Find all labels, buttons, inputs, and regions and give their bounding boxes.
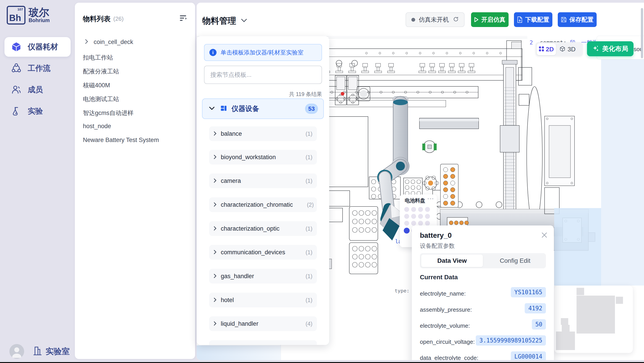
- sim-status-badge[interactable]: 仿真未开机: [406, 12, 464, 27]
- brand-name-en: Bohrium: [28, 17, 50, 23]
- status-dot-icon: [412, 18, 415, 22]
- material-item[interactable]: 核磁400M: [83, 81, 110, 89]
- popup-section-title: Current Data: [420, 274, 458, 281]
- canvas-bottom-gradient: [197, 345, 281, 360]
- material-item[interactable]: 扣电工作站: [83, 53, 113, 62]
- hint-banner: 单击模板添加仪器/耗材至实验室: [204, 44, 322, 61]
- material-list-count: (26): [113, 15, 124, 22]
- template-category[interactable]: liquid_handler(4): [209, 316, 317, 331]
- param-label: data_electrolyte_code:: [420, 355, 478, 360]
- search-placeholder: 搜索节点模板...: [210, 71, 252, 79]
- material-item[interactable]: 电池测试工站: [83, 95, 119, 103]
- page-title: 物料管理: [202, 15, 236, 26]
- param-value[interactable]: YS101165: [511, 287, 546, 297]
- beautify-layout-button[interactable]: 美化布局: [587, 41, 634, 56]
- collapse-list-icon[interactable]: [180, 15, 187, 22]
- param-value[interactable]: LG000014: [511, 352, 546, 360]
- material-item[interactable]: 智达gcms自动进样: [83, 109, 134, 117]
- material-item[interactable]: 配液分液工站: [83, 67, 119, 75]
- bohrium-logo-icon: 107 Bh: [7, 6, 26, 24]
- user-avatar[interactable]: [10, 344, 24, 359]
- param-value[interactable]: 50: [532, 319, 546, 330]
- experiment-icon: [11, 106, 22, 116]
- sidebar-item-experiments[interactable]: 实验: [4, 101, 70, 121]
- workflow-icon: [11, 63, 22, 73]
- popup-tabs: Data View Config Edit: [420, 253, 546, 268]
- devices-layout-icon: [220, 105, 227, 112]
- refresh-icon[interactable]: [453, 16, 459, 23]
- chevron-right-icon: [85, 39, 89, 45]
- group-count-badge: 53: [305, 104, 318, 114]
- template-palette: 单击模板添加仪器/耗材至实验室 搜索节点模板... 共 119 条结果 仪器设备…: [197, 36, 329, 345]
- sparkles-icon: [592, 45, 599, 53]
- tab-config-edit[interactable]: Config Edit: [484, 253, 546, 268]
- bottom-edge: [0, 362, 644, 363]
- param-label: electrolyte_name:: [420, 290, 466, 297]
- sidebar-item-lab[interactable]: 实验室: [32, 345, 70, 358]
- tray-menu-icon[interactable]: [428, 196, 434, 201]
- canvas-right-strip: [601, 37, 644, 286]
- toggle-2d[interactable]: 2D: [537, 43, 556, 55]
- canvas-selection-zone: [554, 208, 601, 286]
- sidebar-item-instruments[interactable]: 仪器耗材: [4, 37, 70, 57]
- category-group-header[interactable]: 仪器设备 53: [202, 98, 324, 119]
- material-list-panel: 物料列表 (26) coin_cell_deck 扣电工作站 配液分液工站 核磁…: [75, 3, 195, 359]
- material-item[interactable]: host_node: [83, 123, 111, 130]
- tab-data-view[interactable]: Data View: [421, 255, 483, 267]
- info-icon: [210, 49, 216, 56]
- sidebar-item-members[interactable]: 成员: [4, 80, 70, 100]
- param-value[interactable]: 3.1559998989105225: [476, 335, 546, 346]
- grid-2d-icon: [539, 46, 544, 52]
- download-config-button[interactable]: 下载配置: [514, 12, 552, 27]
- save-config-button[interactable]: 保存配置: [558, 12, 597, 27]
- template-category[interactable]: balance(1): [209, 126, 317, 141]
- template-category[interactable]: camera(1): [209, 173, 317, 188]
- start-simulation-button[interactable]: 开启仿真: [471, 12, 508, 27]
- popup-subtitle: 设备配置参数: [420, 242, 455, 250]
- param-label: open_circuit_voltage:: [420, 339, 475, 345]
- material-tree-item[interactable]: coin_cell_deck: [85, 37, 133, 46]
- template-category[interactable]: neware_battery_test_system(1): [209, 340, 317, 345]
- close-icon[interactable]: [541, 232, 548, 239]
- cube-3d-icon: [560, 46, 565, 53]
- brand-name-zh: 玻尔: [28, 7, 50, 17]
- template-category[interactable]: hotel(1): [209, 293, 317, 307]
- scrollbar-thumb[interactable]: [641, 8, 643, 58]
- material-list-title: 物料列表: [83, 14, 110, 24]
- result-count: 共 119 条结果: [204, 91, 322, 98]
- view-mode-toggle: 2D 3D: [536, 42, 583, 56]
- chevron-down-icon: [241, 19, 247, 23]
- members-icon: [11, 85, 22, 95]
- search-input[interactable]: 搜索节点模板...: [204, 66, 322, 84]
- template-category[interactable]: characterization_optic(1): [209, 221, 317, 236]
- template-category[interactable]: communication_devices(1): [209, 245, 317, 260]
- building-icon: [32, 346, 42, 357]
- app-root: 107 Bh 玻尔 Bohrium 仪器耗材 工作流 成员: [0, 0, 644, 363]
- template-category[interactable]: characterization_chromatic(2): [209, 197, 317, 212]
- battery-slot-selected[interactable]: [404, 228, 410, 234]
- toggle-3d[interactable]: 3D: [560, 46, 576, 53]
- template-category[interactable]: gas_handler(1): [209, 269, 317, 284]
- sidebar: 107 Bh 玻尔 Bohrium 仪器耗材 工作流 成员: [0, 0, 75, 362]
- param-label: assembly_pressure:: [420, 306, 472, 313]
- device-config-popup: battery_0 设备配置参数 Data View Config Edit C…: [412, 226, 554, 360]
- chevron-down-icon: [209, 107, 214, 111]
- page-title-row[interactable]: 物料管理: [202, 15, 247, 26]
- popup-title: battery_0: [420, 231, 452, 240]
- sidebar-item-workflow[interactable]: 工作流: [4, 58, 70, 78]
- minimap[interactable]: [554, 286, 633, 353]
- battery-tray-title: 电池料盘: [405, 197, 425, 204]
- brand-logo: 107 Bh 玻尔 Bohrium: [7, 6, 50, 24]
- param-value[interactable]: 4192: [525, 303, 546, 314]
- template-category[interactable]: bioyond_workstation(1): [209, 150, 317, 165]
- material-item[interactable]: Neware Battery Test System: [83, 137, 159, 144]
- cube-icon: [11, 42, 22, 52]
- param-label: electrolyte_volume:: [420, 322, 470, 329]
